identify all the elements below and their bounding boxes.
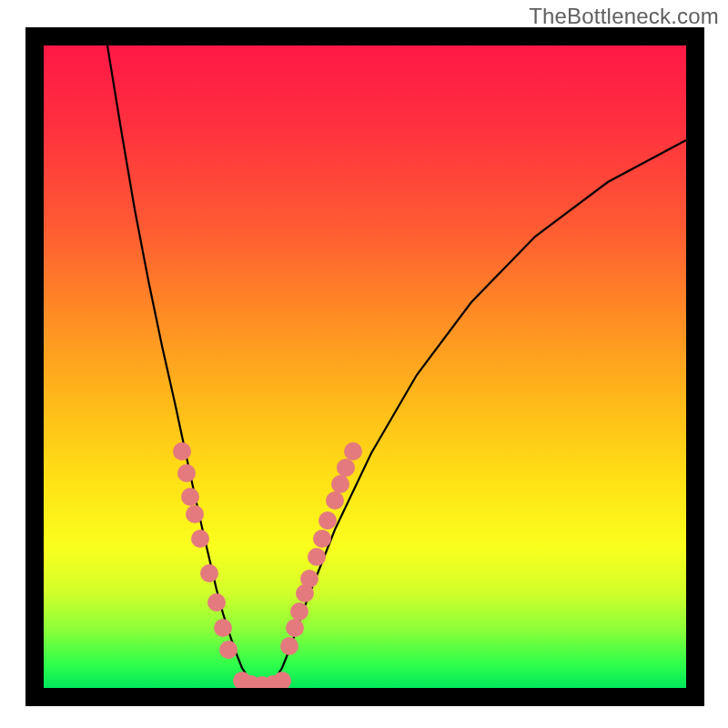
data-dot [280, 637, 298, 655]
plot-area [44, 46, 686, 688]
data-dot [173, 442, 191, 460]
data-dot [318, 511, 337, 530]
data-dot [273, 672, 291, 688]
data-dots-group [173, 442, 362, 688]
data-dot [290, 602, 308, 621]
data-dot [300, 570, 318, 588]
data-dot [344, 442, 362, 460]
curve-svg [44, 46, 686, 688]
data-dot [214, 619, 232, 637]
bottleneck-curve [107, 46, 686, 685]
chart-stage: TheBottleneck.com [0, 0, 728, 728]
data-dot [337, 459, 355, 477]
data-dot [181, 488, 199, 506]
data-dot [313, 530, 331, 548]
data-dot [207, 593, 226, 612]
watermark-text: TheBottleneck.com [529, 4, 719, 29]
data-dot [286, 619, 304, 637]
data-dot [331, 475, 349, 493]
data-dot [219, 641, 238, 659]
data-dot [186, 505, 204, 523]
data-dot [200, 564, 218, 582]
data-dot [308, 548, 326, 566]
data-dot [326, 491, 344, 510]
data-dot [191, 530, 209, 548]
data-dot [177, 464, 196, 482]
chart-frame [25, 27, 704, 706]
